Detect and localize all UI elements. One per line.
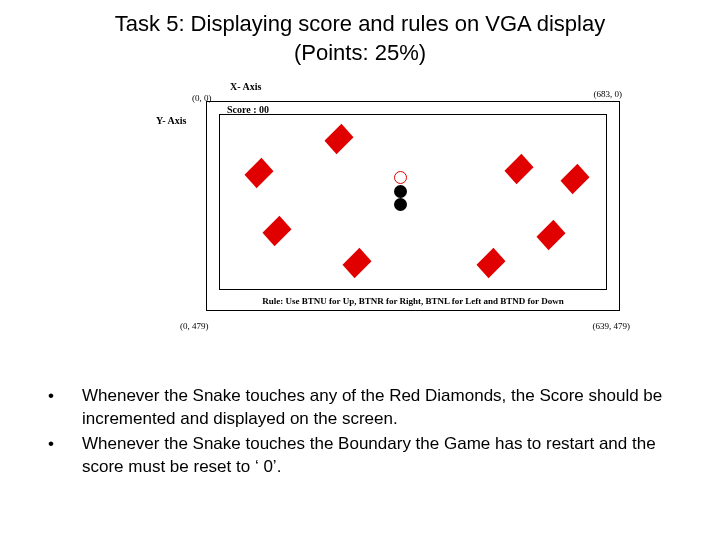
snake-head-icon	[394, 171, 407, 184]
y-axis-label: Y- Axis	[156, 115, 186, 126]
bullet-list: • Whenever the Snake touches any of the …	[20, 385, 700, 479]
diamond-icon	[262, 216, 291, 246]
bullet-text: Whenever the Snake touches any of the Re…	[82, 385, 700, 431]
vga-figure: X- Axis (0, 0) (683, 0) Y- Axis (0, 479)…	[80, 85, 640, 325]
diamond-icon	[536, 220, 565, 250]
diamond-icon	[324, 124, 353, 154]
slide-title: Task 5: Displaying score and rules on VG…	[0, 0, 720, 67]
bullet-marker: •	[48, 433, 82, 479]
title-line-2: (Points: 25%)	[294, 40, 426, 65]
coord-bottom-right: (639, 479)	[593, 321, 631, 331]
diamond-icon	[244, 158, 273, 188]
rule-text: Rule: Use BTNU for Up, BTNR for Right, B…	[207, 296, 619, 306]
coord-top-right: (683, 0)	[594, 89, 623, 99]
diamond-icon	[560, 164, 589, 194]
bullet-item: • Whenever the Snake touches any of the …	[20, 385, 700, 431]
title-line-1: Task 5: Displaying score and rules on VG…	[115, 11, 605, 36]
vga-outer-box: Score : 00 Rule: Use BTNU for Up, BTNR f…	[206, 101, 620, 311]
vga-play-area	[219, 114, 607, 290]
diamond-icon	[476, 248, 505, 278]
snake-body-icon	[394, 185, 407, 198]
coord-bottom-left: (0, 479)	[180, 321, 209, 331]
bullet-item: • Whenever the Snake touches the Boundar…	[20, 433, 700, 479]
diamond-icon	[342, 248, 371, 278]
x-axis-label: X- Axis	[230, 81, 261, 92]
bullet-text: Whenever the Snake touches the Boundary …	[82, 433, 700, 479]
snake-body-icon	[394, 198, 407, 211]
bullet-marker: •	[48, 385, 82, 431]
diamond-icon	[504, 154, 533, 184]
